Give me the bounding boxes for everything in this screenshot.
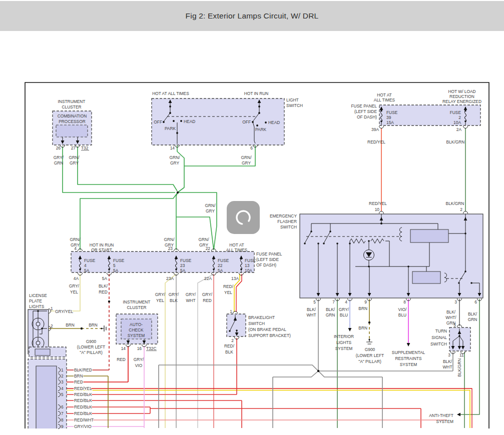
svg-text:1: 1	[51, 306, 53, 311]
svg-text:RED/: RED/	[224, 344, 235, 348]
svg-text:"A" PILLAR): "A" PILLAR)	[80, 350, 103, 355]
svg-text:5: 5	[453, 322, 456, 328]
svg-text:4: 4	[84, 263, 87, 268]
svg-text:INTERIOR: INTERIOR	[334, 334, 354, 339]
svg-text:GRY: GRY	[170, 160, 179, 166]
svg-text:22: 22	[218, 263, 223, 268]
ground-symbol-g900-flasher	[366, 338, 372, 344]
svg-text:11: 11	[459, 352, 464, 358]
svg-text:23A: 23A	[166, 276, 174, 281]
svg-text:LIGHT: LIGHT	[286, 98, 299, 102]
svg-text:BRN: BRN	[358, 306, 367, 311]
svg-text:ANTI-THEFT: ANTI-THEFT	[429, 413, 453, 418]
svg-text:GRY/YEL: GRY/YEL	[55, 309, 73, 314]
svg-text:GRN/: GRN/	[170, 155, 181, 160]
license-plate-lights: LICENSE PLATE LIGHTS 1 GRY/YEL 2 BRN BRN…	[28, 293, 106, 357]
svg-text:HEAD: HEAD	[268, 120, 280, 125]
svg-text:6: 6	[61, 404, 64, 410]
svg-text:3: 3	[454, 300, 457, 304]
svg-text:PLATE: PLATE	[29, 298, 42, 304]
svg-text:5: 5	[313, 300, 316, 304]
svg-text:G900: G900	[365, 347, 375, 352]
svg-text:GRY: GRY	[199, 242, 208, 248]
svg-text:RED/WHT: RED/WHT	[74, 418, 94, 422]
svg-text:GRN/: GRN/	[69, 155, 80, 160]
svg-text:GRY/: GRY/	[186, 292, 196, 297]
svg-text:GRY/: GRY/	[169, 292, 179, 297]
svg-text:22A: 22A	[204, 276, 212, 281]
wiring-green-net	[63, 146, 255, 250]
svg-text:(LOWER LEFT: (LOWER LEFT	[77, 344, 105, 350]
svg-text:5A: 5A	[180, 268, 186, 273]
svg-text:9: 9	[364, 300, 367, 304]
svg-text:RESTRAINTS: RESTRAINTS	[395, 356, 421, 361]
svg-text:16: 16	[137, 346, 142, 351]
svg-text:GRY/: GRY/	[134, 357, 144, 362]
svg-text:FUSE: FUSE	[450, 110, 461, 115]
svg-text:GRY: GRY	[70, 160, 79, 166]
svg-text:INSTRUMENT: INSTRUMENT	[58, 99, 86, 104]
brakelight-switch: 1 2 BRAKELIGHT SWITCH (ON BRAKE PEDAL SU…	[224, 309, 291, 354]
svg-text:CHECK: CHECK	[129, 328, 144, 332]
svg-text:FUSE: FUSE	[218, 258, 229, 263]
svg-text:RED/BLK: RED/BLK	[74, 392, 92, 397]
svg-text:GRN/: GRN/	[164, 237, 175, 242]
svg-text:2: 2	[51, 324, 53, 328]
svg-text:LIGHTS: LIGHTS	[336, 340, 352, 345]
svg-text:8: 8	[61, 418, 64, 422]
svg-text:YEL: YEL	[156, 298, 164, 303]
svg-text:RED: RED	[203, 298, 212, 303]
svg-text:BLK/: BLK/	[99, 284, 108, 288]
svg-text:HOT AT: HOT AT	[229, 242, 244, 248]
svg-text:1: 1	[61, 368, 64, 372]
svg-text:SUPPLEMENTAL: SUPPLEMENTAL	[392, 350, 425, 355]
svg-text:SWITCH: SWITCH	[248, 321, 265, 326]
svg-text:COMBINATION: COMBINATION	[58, 114, 87, 118]
svg-text:SYSTEM: SYSTEM	[128, 333, 145, 338]
svg-text:GRY/: GRY/	[155, 292, 166, 297]
svg-text:7: 7	[61, 411, 64, 416]
svg-text:CLUSTER: CLUSTER	[62, 104, 81, 110]
svg-text:SIGNAL: SIGNAL	[431, 335, 447, 340]
svg-text:GRN/: GRN/	[199, 237, 210, 242]
svg-text:WHT: WHT	[306, 312, 316, 318]
svg-text:5A: 5A	[84, 268, 90, 273]
svg-text:1: 1	[230, 309, 232, 314]
svg-text:BLK/: BLK/	[446, 310, 456, 314]
svg-text:10A: 10A	[453, 120, 461, 125]
svg-text:BLU: BLU	[398, 312, 406, 318]
instrument-cluster: INSTRUMENT CLUSTER COMBINATION PROCESSOR…	[53, 99, 92, 166]
wiring-diagram: INSTRUMENT CLUSTER COMBINATION PROCESSOR…	[0, 0, 504, 435]
svg-text:7: 7	[332, 300, 335, 304]
svg-text:VIO: VIO	[135, 363, 143, 368]
svg-text:OFF: OFF	[242, 120, 251, 124]
svg-text:GRY/VIO: GRY/VIO	[74, 424, 92, 429]
svg-text:2: 2	[61, 374, 64, 378]
loading-spinner-icon	[227, 201, 260, 234]
svg-text:HEAD: HEAD	[184, 119, 195, 124]
svg-text:GRN: GRN	[326, 312, 335, 318]
svg-text:HOT IN RUN: HOT IN RUN	[244, 91, 269, 96]
svg-text:SWITCH: SWITCH	[286, 103, 303, 108]
svg-text:10A: 10A	[245, 268, 252, 273]
wire-gry-wht	[198, 274, 214, 428]
svg-text:GRY: GRY	[242, 160, 251, 166]
svg-text:BRN: BRN	[66, 322, 75, 328]
svg-text:RED/YEL: RED/YEL	[367, 140, 385, 144]
svg-text:39: 39	[386, 115, 391, 120]
fuse-panel-upper: FUSE PANEL (LEFT SIDE OF DASH) HOT AT AL…	[351, 89, 481, 212]
svg-text:HOT IN RUN: HOT IN RUN	[90, 242, 114, 248]
svg-text:PARK: PARK	[255, 127, 267, 132]
svg-text:RED/YEL: RED/YEL	[74, 386, 92, 391]
svg-text:BRAKELIGHT: BRAKELIGHT	[248, 315, 275, 320]
svg-text:WHT: WHT	[442, 364, 452, 370]
svg-text:HOT AT: HOT AT	[377, 92, 391, 98]
svg-text:RED: RED	[117, 357, 126, 362]
svg-text:FUSE: FUSE	[386, 110, 398, 115]
svg-text:RED/: RED/	[223, 284, 234, 289]
svg-text:RELAY ENERGIZED: RELAY ENERGIZED	[442, 99, 481, 104]
svg-text:BLK/GRN: BLK/GRN	[457, 358, 462, 377]
svg-text:RED/YEL: RED/YEL	[369, 201, 387, 206]
svg-text:4: 4	[345, 300, 347, 304]
svg-text:BLK/: BLK/	[468, 312, 477, 316]
